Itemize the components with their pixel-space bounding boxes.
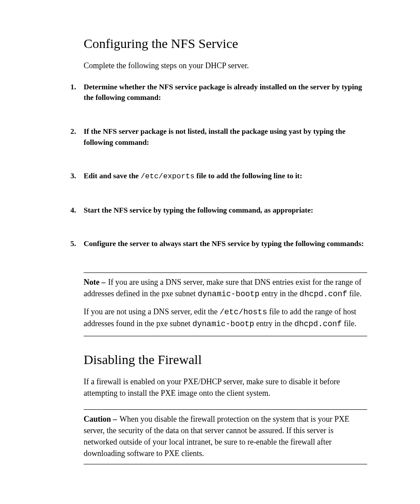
note-mono: /etc/hosts xyxy=(220,308,267,316)
note-mono: dhcpd.conf xyxy=(294,320,342,328)
note-mono: dynamic-bootp xyxy=(192,320,254,328)
step-number: 2. xyxy=(70,126,76,137)
step-text: Configure the server to always start the… xyxy=(84,239,364,248)
note-text: file. xyxy=(342,319,356,328)
caution-label: Caution – xyxy=(84,415,117,423)
note-block: Note –If you are using a DNS server, mak… xyxy=(84,272,367,336)
step-mono: /etc/exports xyxy=(140,172,194,180)
note-text: If you are not using a DNS server, edit … xyxy=(84,307,220,316)
note-text: entry in the xyxy=(259,289,299,298)
step-text-post: file to add the following line to it: xyxy=(195,172,302,180)
note-text: entry in the xyxy=(254,319,294,328)
step-2: 2. If the NFS server package is not list… xyxy=(70,126,367,148)
note-paragraph-2: If you are not using a DNS server, edit … xyxy=(84,306,367,330)
step-text: Determine whether the NFS service packag… xyxy=(84,83,362,102)
note-paragraph-1: Note –If you are using a DNS server, mak… xyxy=(84,276,367,300)
caution-block: Caution –When you disable the firewall p… xyxy=(84,409,367,464)
caution-paragraph: Caution –When you disable the firewall p… xyxy=(84,413,367,459)
section-intro-firewall: If a firewall is enabled on your PXE/DHC… xyxy=(84,376,367,399)
note-label: Note – xyxy=(84,278,105,287)
step-number: 4. xyxy=(70,205,76,216)
step-number: 5. xyxy=(70,239,76,250)
note-text: file. xyxy=(347,289,361,298)
step-text-pre: Edit and save the xyxy=(84,172,140,180)
page: Configuring the NFS Service Complete the… xyxy=(0,0,420,504)
step-1: 1. Determine whether the NFS service pac… xyxy=(70,82,367,103)
section-heading-firewall: Disabling the Firewall xyxy=(84,351,367,368)
step-3: 3. Edit and save the /etc/exports file t… xyxy=(70,171,367,182)
step-number: 3. xyxy=(70,171,76,182)
caution-text: When you disable the firewall protection… xyxy=(84,415,349,458)
step-number: 1. xyxy=(70,82,76,93)
step-text: Start the NFS service by typing the foll… xyxy=(84,206,313,214)
steps-list: 1. Determine whether the NFS service pac… xyxy=(70,82,367,250)
step-5: 5. Configure the server to always start … xyxy=(70,239,367,250)
note-mono: dhcpd.conf xyxy=(299,290,347,298)
note-mono: dynamic-bootp xyxy=(198,290,259,298)
step-text: If the NFS server package is not listed,… xyxy=(84,127,346,147)
section-intro-nfs: Complete the following steps on your DHC… xyxy=(84,60,367,71)
section-heading-nfs: Configuring the NFS Service xyxy=(84,35,367,52)
step-4: 4. Start the NFS service by typing the f… xyxy=(70,205,367,216)
